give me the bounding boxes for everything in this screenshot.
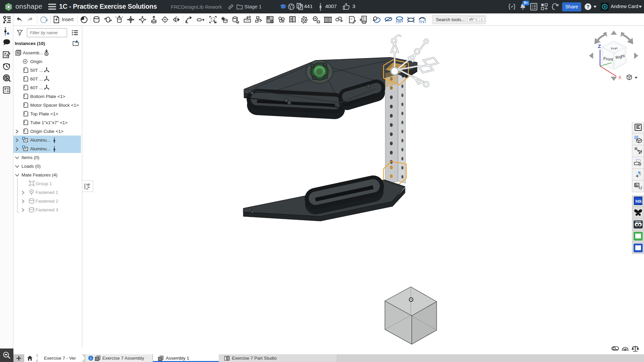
svg-text:x): x) xyxy=(638,185,642,190)
svg-text:Z: Z xyxy=(598,43,601,49)
svg-text:?: ? xyxy=(587,4,590,9)
svg-text:Right: Right xyxy=(615,53,626,60)
svg-text:Top: Top xyxy=(610,47,618,50)
svg-text:i: i xyxy=(90,356,91,360)
svg-text:X: X xyxy=(618,75,622,80)
svg-text:Front: Front xyxy=(603,56,613,62)
